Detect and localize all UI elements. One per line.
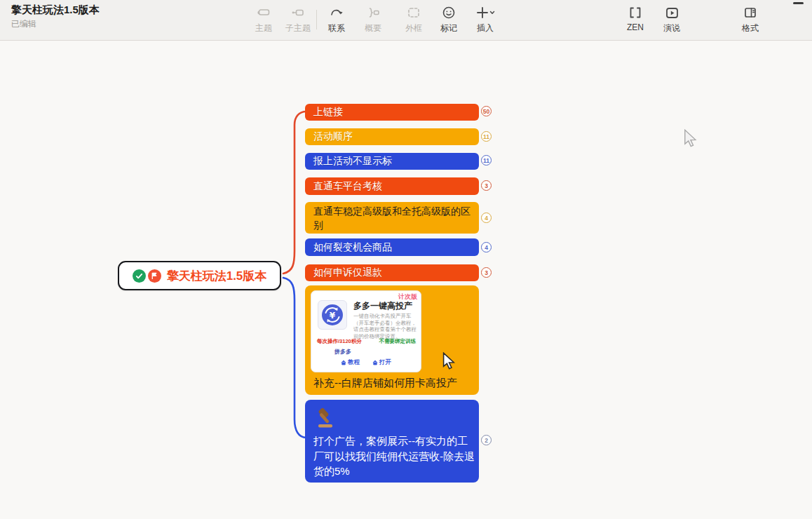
toolbar-presentation-button[interactable]: 演说: [654, 4, 690, 34]
document-status: 已编辑: [11, 18, 100, 30]
toolbar-format-button[interactable]: 格式: [732, 4, 769, 34]
card-open-link[interactable]: 打开: [372, 358, 391, 367]
document-info: 擎天柱玩法1.5版本 已编辑: [11, 4, 100, 30]
svg-text:¥: ¥: [330, 311, 336, 321]
mindmap-canvas[interactable]: 擎天柱玩法1.5版本 上链接 活动顺序 报上活动不显示标 直通车平台考核 直通车…: [0, 0, 812, 519]
toolbar: 擎天柱玩法1.5版本 已编辑 主题 子主题 联系 概要 外框: [0, 0, 812, 41]
toolbar-boundary-button[interactable]: 外框: [395, 4, 432, 34]
toolbar-marker-button[interactable]: 标记: [431, 4, 467, 34]
presentation-icon: [654, 4, 690, 21]
topic-count-badge: 4: [481, 242, 492, 252]
zen-icon: [617, 4, 654, 21]
document-title: 擎天柱玩法1.5版本: [11, 4, 100, 16]
topic-count-badge: 4: [481, 213, 492, 223]
insert-icon: [467, 4, 503, 21]
topic-row[interactable]: 报上活动不显示标: [305, 153, 479, 170]
topic-icon: [245, 4, 282, 21]
format-panel-icon: [732, 4, 769, 21]
flag-icon[interactable]: [148, 269, 161, 283]
toolbar-separator: [316, 10, 317, 29]
gavel-icon: [314, 405, 341, 434]
toolbar-subtopic-button[interactable]: 子主题: [280, 4, 316, 34]
toolbar-insert-button[interactable]: 插入: [467, 4, 503, 34]
toolbar-topic-button[interactable]: 主题: [245, 4, 282, 34]
home-icon: [341, 360, 346, 365]
topic-row[interactable]: 如何申诉仅退款: [305, 264, 479, 281]
ad-topic[interactable]: 打个广告，案例展示--有实力的工厂可以找我们纯佣代运营收-除去退货的5%: [305, 400, 479, 483]
check-icon[interactable]: [133, 269, 146, 283]
topic-row[interactable]: 如何裂变机会商品: [305, 238, 479, 256]
topic-count-badge: 3: [481, 267, 492, 278]
topic-count-badge: 3: [481, 180, 492, 191]
summary-icon: [355, 4, 391, 21]
card-tutorial-link[interactable]: 教程: [341, 358, 360, 367]
card-description: 一键自动化卡高投产开车（开车老手必看）全教程，请点击教程查看第十个教程前的价格绑…: [353, 313, 418, 339]
topic-count-badge: 11: [481, 155, 492, 166]
root-topic-label: 擎天柱玩法1.5版本: [167, 268, 267, 284]
ad-topic-label: 打个广告，案例展示--有实力的工厂可以找我们纯佣代运营收-除去退货的5%: [313, 433, 475, 479]
marker-icon: [431, 4, 467, 21]
supplement-topic[interactable]: 计次版 ¥ 多多一键高投产 一键自动化卡高投产开车（开车老手必看）全教程，请点击…: [305, 285, 479, 395]
supplement-topic-label: 补充--白牌店铺如何用卡高投产: [313, 377, 475, 390]
card-cost-note: 每次操作/3120积分: [317, 338, 362, 345]
relationship-icon: [318, 4, 355, 21]
embedded-app-card: 计次版 ¥ 多多一键高投产 一键自动化卡高投产开车（开车老手必看）全教程，请点击…: [311, 290, 421, 372]
home-icon: [372, 360, 378, 365]
card-store-name: 拼多多: [334, 348, 351, 356]
card-green-note: 不需要绑定训练: [379, 338, 417, 345]
app-logo-icon: ¥: [318, 300, 347, 330]
topic-count-badge: 50: [481, 106, 492, 116]
subtopic-icon: [280, 4, 316, 21]
toolbar-summary-button[interactable]: 概要: [355, 4, 391, 34]
topic-row[interactable]: 上链接: [305, 104, 479, 121]
topic-count-badge: 11: [481, 131, 492, 142]
topic-row[interactable]: 直通车平台考核: [305, 177, 479, 195]
toolbar-relationship-button[interactable]: 联系: [318, 4, 355, 34]
window-control-dash[interactable]: [793, 2, 804, 4]
branch-line-lower: [283, 278, 306, 438]
card-title: 多多一键高投产: [353, 300, 412, 312]
branch-line-upper: [283, 112, 306, 274]
root-topic[interactable]: 擎天柱玩法1.5版本: [118, 261, 281, 290]
topic-row[interactable]: 活动顺序: [305, 128, 479, 145]
topic-row[interactable]: 直通车稳定高级版和全托高级版的区别: [305, 202, 479, 234]
toolbar-zen-button[interactable]: ZEN: [617, 4, 654, 32]
topic-count-badge: 2: [481, 435, 492, 445]
boundary-icon: [395, 4, 432, 21]
